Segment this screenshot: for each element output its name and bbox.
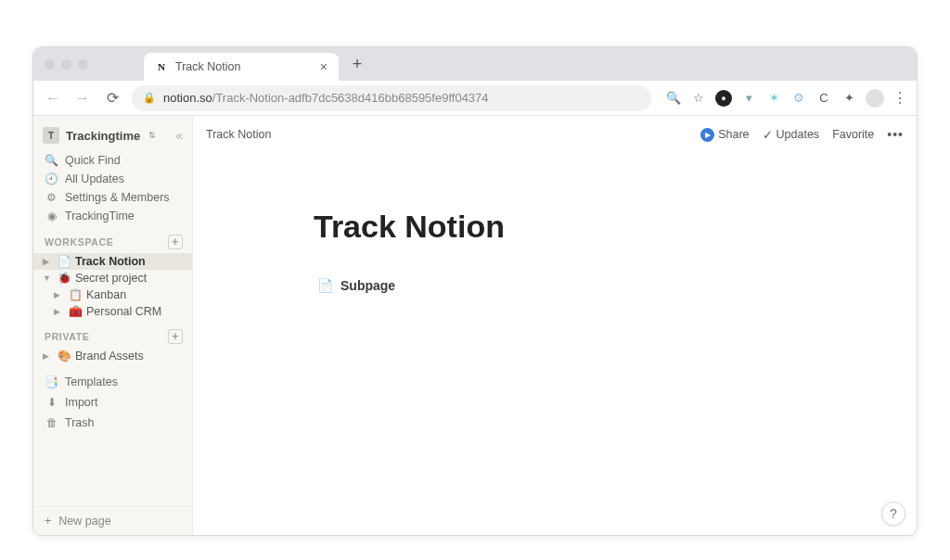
- new-page-button[interactable]: + New page: [33, 506, 192, 535]
- topbar-actions: ▶ Share ✓ Updates Favorite •••: [700, 127, 904, 142]
- toolbar-actions: 🔍 ☆ ● ▾ ✶ ⚙ C ✦ ⋮: [665, 89, 907, 108]
- updates-button[interactable]: ✓ Updates: [763, 128, 820, 142]
- caret-right-icon[interactable]: ▶: [43, 351, 54, 361]
- new-tab-button[interactable]: +: [344, 51, 370, 77]
- window-maximize-dot[interactable]: [78, 59, 88, 70]
- bookmark-star-icon[interactable]: ☆: [690, 90, 707, 107]
- sidebar-section-workspace: WORKSPACE +: [33, 225, 192, 253]
- notion-favicon-icon: N: [155, 60, 168, 73]
- add-page-button[interactable]: +: [168, 329, 183, 344]
- play-icon: ▶: [700, 128, 714, 142]
- breadcrumb[interactable]: Track Notion: [206, 128, 271, 141]
- page-title[interactable]: Track Notion: [314, 209, 917, 245]
- sidebar-item-label: Trash: [65, 416, 95, 429]
- trash-icon: 🗑: [45, 416, 58, 429]
- plus-icon: +: [45, 515, 51, 528]
- reload-button[interactable]: ⟳: [102, 88, 122, 108]
- templates-icon: 📑: [45, 375, 58, 388]
- subpage-label: Subpage: [340, 278, 395, 293]
- back-button[interactable]: ←: [43, 88, 63, 108]
- sidebar-item-quick-find[interactable]: 🔍 Quick Find: [33, 151, 192, 170]
- extension-icon[interactable]: ●: [715, 90, 732, 107]
- clipboard-icon: 📋: [69, 288, 83, 301]
- sidebar-item-label: All Updates: [65, 172, 124, 185]
- url-path: /Track-Notion-adfb7dc5638d416bb68595fe9f…: [212, 91, 489, 105]
- page-label: Secret project: [75, 272, 147, 285]
- extension-icon[interactable]: ⚙: [790, 90, 807, 107]
- lock-icon: 🔒: [143, 92, 156, 104]
- page-item-track-notion[interactable]: ▶ 📄 Track Notion: [33, 253, 192, 270]
- main-content: Track Notion ▶ Share ✓ Updates Favorite …: [193, 116, 917, 535]
- caret-right-icon[interactable]: ▶: [54, 307, 65, 316]
- page-more-icon[interactable]: •••: [887, 127, 904, 142]
- sidebar-item-trash[interactable]: 🗑 Trash: [33, 413, 192, 433]
- window-minimize-dot[interactable]: [61, 59, 71, 70]
- updates-label: Updates: [777, 128, 820, 141]
- sidebar-item-label: TrackingTime: [65, 210, 135, 223]
- section-label: PRIVATE: [45, 331, 89, 342]
- profile-avatar[interactable]: [866, 89, 884, 108]
- sidebar-item-all-updates[interactable]: 🕘 All Updates: [33, 170, 192, 188]
- favorite-button[interactable]: Favorite: [832, 128, 874, 141]
- sidebar-section-private: PRIVATE +: [33, 320, 192, 348]
- toolbox-icon: 🧰: [69, 305, 83, 318]
- workspace-switcher[interactable]: T Trackingtime ⇅ «: [33, 123, 192, 151]
- add-page-button[interactable]: +: [168, 235, 183, 249]
- check-icon: ✓: [763, 128, 773, 142]
- palette-icon: 🎨: [58, 350, 71, 363]
- share-label: Share: [718, 128, 749, 141]
- page-label: Brand Assets: [75, 350, 144, 363]
- browser-window: N Track Notion × + ← → ⟳ 🔒 notion.so/Tra…: [32, 46, 918, 536]
- tab-title: Track Notion: [175, 60, 313, 73]
- page-body: Track Notion 📄 Subpage: [193, 153, 917, 535]
- window-controls: [45, 59, 88, 70]
- favorite-label: Favorite: [832, 128, 874, 141]
- new-page-label: New page: [58, 515, 110, 528]
- help-button[interactable]: ?: [881, 502, 905, 526]
- page-label: Personal CRM: [86, 305, 161, 318]
- section-label: WORKSPACE: [45, 236, 113, 248]
- caret-down-icon[interactable]: ▼: [43, 274, 54, 283]
- page-label: Kanban: [86, 288, 126, 301]
- page-item-kanban[interactable]: ▶ 📋 Kanban: [33, 286, 192, 303]
- caret-right-icon[interactable]: ▶: [54, 290, 65, 299]
- extension-icon[interactable]: ▾: [740, 90, 757, 107]
- page-topbar: Track Notion ▶ Share ✓ Updates Favorite …: [193, 116, 917, 153]
- workspace-name: Trackingtime: [66, 129, 140, 143]
- bug-icon: 🐞: [58, 272, 71, 285]
- window-close-dot[interactable]: [45, 59, 55, 70]
- search-icon: 🔍: [45, 154, 58, 167]
- clock-icon: 🕘: [45, 172, 58, 185]
- search-page-icon[interactable]: 🔍: [665, 90, 682, 107]
- address-bar[interactable]: 🔒 notion.so/Track-Notion-adfb7dc5638d416…: [132, 85, 651, 111]
- extension-icon[interactable]: ✶: [765, 90, 782, 107]
- url-host: notion.so: [163, 91, 212, 105]
- app-body: T Trackingtime ⇅ « 🔍 Quick Find 🕘 All Up…: [33, 116, 917, 535]
- help-icon: ?: [890, 506, 897, 521]
- tab-close-icon[interactable]: ×: [320, 59, 327, 74]
- sidebar-item-settings[interactable]: ⚙ Settings & Members: [33, 188, 192, 207]
- extension-icon[interactable]: C: [815, 90, 832, 107]
- share-button[interactable]: ▶ Share: [700, 128, 749, 142]
- forward-button[interactable]: →: [72, 88, 93, 108]
- extensions-puzzle-icon[interactable]: ✦: [841, 90, 857, 107]
- sidebar-item-trackingtime[interactable]: ◉ TrackingTime: [33, 207, 192, 225]
- workspace-badge-icon: T: [43, 127, 59, 144]
- sidebar-item-label: Quick Find: [65, 154, 121, 167]
- page-doc-icon: 📄: [317, 278, 333, 293]
- page-item-secret-project[interactable]: ▼ 🐞 Secret project: [33, 270, 192, 286]
- browser-toolbar: ← → ⟳ 🔒 notion.so/Track-Notion-adfb7dc56…: [33, 81, 917, 116]
- page-item-brand-assets[interactable]: ▶ 🎨 Brand Assets: [33, 348, 192, 364]
- sidebar-item-templates[interactable]: 📑 Templates: [33, 372, 192, 392]
- caret-right-icon[interactable]: ▶: [43, 257, 54, 266]
- collapse-sidebar-icon[interactable]: «: [175, 128, 183, 143]
- page-label: Track Notion: [75, 255, 146, 268]
- sidebar-item-import[interactable]: ⬇ Import: [33, 392, 192, 413]
- sidebar-item-label: Templates: [65, 375, 118, 388]
- browser-tab[interactable]: N Track Notion ×: [144, 53, 339, 81]
- sidebar-item-label: Settings & Members: [65, 191, 170, 204]
- sidebar-item-label: Import: [65, 396, 97, 409]
- browser-menu-icon[interactable]: ⋮: [892, 89, 907, 107]
- page-item-personal-crm[interactable]: ▶ 🧰 Personal CRM: [33, 303, 192, 320]
- subpage-link[interactable]: 📄 Subpage: [317, 278, 917, 293]
